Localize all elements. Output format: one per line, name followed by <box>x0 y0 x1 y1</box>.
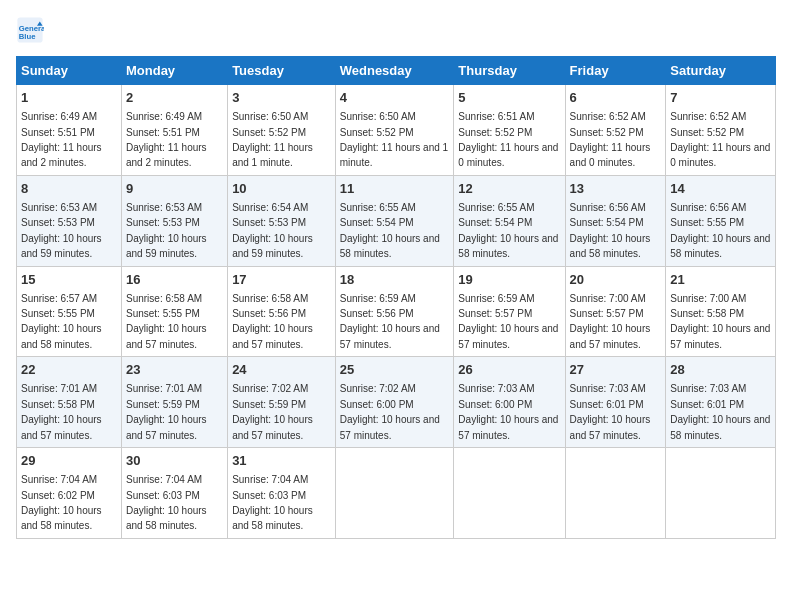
sunrise-text: Sunrise: 6:56 AM <box>570 202 646 213</box>
sunrise-text: Sunrise: 6:50 AM <box>232 111 308 122</box>
sunset-text: Sunset: 5:54 PM <box>570 217 644 228</box>
sunset-text: Sunset: 5:52 PM <box>458 127 532 138</box>
daylight-text: Daylight: 10 hours and 57 minutes. <box>126 414 207 440</box>
daylight-text: Daylight: 11 hours and 2 minutes. <box>126 142 207 168</box>
day-cell: 5 Sunrise: 6:51 AM Sunset: 5:52 PM Dayli… <box>454 85 565 176</box>
daylight-text: Daylight: 10 hours and 57 minutes. <box>232 323 313 349</box>
sunrise-text: Sunrise: 6:59 AM <box>458 293 534 304</box>
day-cell: 8 Sunrise: 6:53 AM Sunset: 5:53 PM Dayli… <box>17 175 122 266</box>
col-header-thursday: Thursday <box>454 57 565 85</box>
col-header-monday: Monday <box>121 57 227 85</box>
daylight-text: Daylight: 11 hours and 2 minutes. <box>21 142 102 168</box>
day-number: 30 <box>126 452 223 470</box>
sunrise-text: Sunrise: 6:55 AM <box>458 202 534 213</box>
daylight-text: Daylight: 10 hours and 57 minutes. <box>570 414 651 440</box>
day-number: 18 <box>340 271 450 289</box>
day-number: 2 <box>126 89 223 107</box>
col-header-friday: Friday <box>565 57 666 85</box>
day-cell: 6 Sunrise: 6:52 AM Sunset: 5:52 PM Dayli… <box>565 85 666 176</box>
daylight-text: Daylight: 10 hours and 59 minutes. <box>21 233 102 259</box>
day-cell: 13 Sunrise: 6:56 AM Sunset: 5:54 PM Dayl… <box>565 175 666 266</box>
daylight-text: Daylight: 10 hours and 57 minutes. <box>232 414 313 440</box>
sunset-text: Sunset: 5:51 PM <box>126 127 200 138</box>
day-cell <box>666 448 776 539</box>
day-number: 31 <box>232 452 331 470</box>
sunset-text: Sunset: 5:55 PM <box>670 217 744 228</box>
sunrise-text: Sunrise: 7:03 AM <box>670 383 746 394</box>
day-number: 7 <box>670 89 771 107</box>
sunset-text: Sunset: 5:55 PM <box>21 308 95 319</box>
day-cell: 3 Sunrise: 6:50 AM Sunset: 5:52 PM Dayli… <box>228 85 336 176</box>
sunset-text: Sunset: 5:53 PM <box>232 217 306 228</box>
day-number: 22 <box>21 361 117 379</box>
day-number: 27 <box>570 361 662 379</box>
day-cell: 15 Sunrise: 6:57 AM Sunset: 5:55 PM Dayl… <box>17 266 122 357</box>
sunrise-text: Sunrise: 7:02 AM <box>340 383 416 394</box>
day-cell <box>454 448 565 539</box>
day-cell: 30 Sunrise: 7:04 AM Sunset: 6:03 PM Dayl… <box>121 448 227 539</box>
day-number: 25 <box>340 361 450 379</box>
sunrise-text: Sunrise: 6:53 AM <box>126 202 202 213</box>
daylight-text: Daylight: 10 hours and 58 minutes. <box>126 505 207 531</box>
sunrise-text: Sunrise: 7:02 AM <box>232 383 308 394</box>
sunset-text: Sunset: 6:00 PM <box>340 399 414 410</box>
sunrise-text: Sunrise: 7:04 AM <box>21 474 97 485</box>
day-cell: 24 Sunrise: 7:02 AM Sunset: 5:59 PM Dayl… <box>228 357 336 448</box>
sunset-text: Sunset: 6:00 PM <box>458 399 532 410</box>
day-number: 17 <box>232 271 331 289</box>
col-header-sunday: Sunday <box>17 57 122 85</box>
daylight-text: Daylight: 11 hours and 1 minute. <box>340 142 448 168</box>
col-header-tuesday: Tuesday <box>228 57 336 85</box>
day-number: 21 <box>670 271 771 289</box>
day-cell: 17 Sunrise: 6:58 AM Sunset: 5:56 PM Dayl… <box>228 266 336 357</box>
daylight-text: Daylight: 10 hours and 57 minutes. <box>458 323 558 349</box>
daylight-text: Daylight: 10 hours and 58 minutes. <box>670 233 770 259</box>
week-row-2: 8 Sunrise: 6:53 AM Sunset: 5:53 PM Dayli… <box>17 175 776 266</box>
day-cell: 4 Sunrise: 6:50 AM Sunset: 5:52 PM Dayli… <box>335 85 454 176</box>
daylight-text: Daylight: 10 hours and 58 minutes. <box>21 505 102 531</box>
calendar-table: SundayMondayTuesdayWednesdayThursdayFrid… <box>16 56 776 539</box>
sunset-text: Sunset: 5:51 PM <box>21 127 95 138</box>
daylight-text: Daylight: 10 hours and 59 minutes. <box>126 233 207 259</box>
day-cell: 12 Sunrise: 6:55 AM Sunset: 5:54 PM Dayl… <box>454 175 565 266</box>
day-cell: 29 Sunrise: 7:04 AM Sunset: 6:02 PM Dayl… <box>17 448 122 539</box>
sunrise-text: Sunrise: 7:00 AM <box>670 293 746 304</box>
daylight-text: Daylight: 10 hours and 57 minutes. <box>340 323 440 349</box>
sunset-text: Sunset: 5:53 PM <box>126 217 200 228</box>
daylight-text: Daylight: 10 hours and 57 minutes. <box>570 323 651 349</box>
sunset-text: Sunset: 5:55 PM <box>126 308 200 319</box>
daylight-text: Daylight: 10 hours and 59 minutes. <box>232 233 313 259</box>
sunrise-text: Sunrise: 6:57 AM <box>21 293 97 304</box>
sunrise-text: Sunrise: 6:54 AM <box>232 202 308 213</box>
day-cell: 10 Sunrise: 6:54 AM Sunset: 5:53 PM Dayl… <box>228 175 336 266</box>
day-number: 12 <box>458 180 560 198</box>
sunset-text: Sunset: 5:52 PM <box>570 127 644 138</box>
sunset-text: Sunset: 6:02 PM <box>21 490 95 501</box>
daylight-text: Daylight: 10 hours and 58 minutes. <box>458 233 558 259</box>
daylight-text: Daylight: 11 hours and 0 minutes. <box>570 142 651 168</box>
sunset-text: Sunset: 5:57 PM <box>570 308 644 319</box>
day-cell: 28 Sunrise: 7:03 AM Sunset: 6:01 PM Dayl… <box>666 357 776 448</box>
sunrise-text: Sunrise: 7:03 AM <box>570 383 646 394</box>
sunrise-text: Sunrise: 7:04 AM <box>126 474 202 485</box>
day-number: 26 <box>458 361 560 379</box>
day-cell: 25 Sunrise: 7:02 AM Sunset: 6:00 PM Dayl… <box>335 357 454 448</box>
day-number: 15 <box>21 271 117 289</box>
sunrise-text: Sunrise: 6:51 AM <box>458 111 534 122</box>
day-number: 16 <box>126 271 223 289</box>
sunset-text: Sunset: 6:03 PM <box>232 490 306 501</box>
day-cell: 26 Sunrise: 7:03 AM Sunset: 6:00 PM Dayl… <box>454 357 565 448</box>
day-cell: 16 Sunrise: 6:58 AM Sunset: 5:55 PM Dayl… <box>121 266 227 357</box>
day-number: 23 <box>126 361 223 379</box>
day-number: 28 <box>670 361 771 379</box>
day-number: 29 <box>21 452 117 470</box>
day-cell: 2 Sunrise: 6:49 AM Sunset: 5:51 PM Dayli… <box>121 85 227 176</box>
day-cell: 19 Sunrise: 6:59 AM Sunset: 5:57 PM Dayl… <box>454 266 565 357</box>
day-cell <box>335 448 454 539</box>
day-number: 20 <box>570 271 662 289</box>
sunrise-text: Sunrise: 6:49 AM <box>21 111 97 122</box>
page-header: General Blue <box>16 16 776 44</box>
day-number: 6 <box>570 89 662 107</box>
week-row-3: 15 Sunrise: 6:57 AM Sunset: 5:55 PM Dayl… <box>17 266 776 357</box>
day-number: 24 <box>232 361 331 379</box>
